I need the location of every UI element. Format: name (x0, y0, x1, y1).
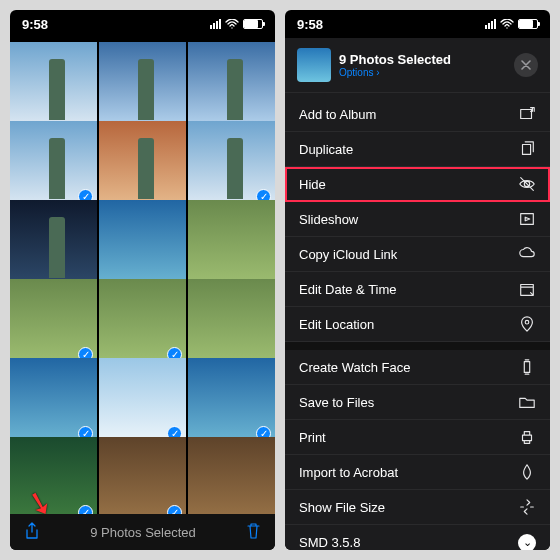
action-list: Add to AlbumDuplicateHideSlideshowCopy i… (285, 93, 550, 550)
action-label: Copy iCloud Link (299, 247, 397, 262)
selection-count: 9 Photos Selected (90, 525, 196, 540)
status-time: 9:58 (297, 17, 323, 32)
action-label: Slideshow (299, 212, 358, 227)
status-right (210, 19, 263, 29)
photo-thumb[interactable] (10, 200, 97, 287)
close-icon (521, 60, 531, 70)
trash-button[interactable] (246, 523, 261, 542)
action-label: Add to Album (299, 107, 376, 122)
action-label: Duplicate (299, 142, 353, 157)
trash-icon (246, 523, 261, 539)
action-add-to-album[interactable]: Add to Album (285, 97, 550, 132)
duplicate-icon (518, 140, 536, 158)
options-button[interactable]: Options (339, 67, 451, 78)
location-icon (518, 315, 536, 333)
photo-thumb[interactable]: ✓ (10, 358, 97, 445)
photo-thumb[interactable]: ✓ (10, 121, 97, 208)
hide-icon (518, 175, 536, 193)
action-edit-location[interactable]: Edit Location (285, 307, 550, 342)
action-edit-date-time[interactable]: Edit Date & Time (285, 272, 550, 307)
status-bar: 9:58 (10, 10, 275, 38)
watch-icon (518, 358, 536, 376)
action-print[interactable]: Print (285, 420, 550, 455)
status-right (485, 19, 538, 29)
chev-icon: ⌄ (518, 534, 536, 551)
action-import-to-acrobat[interactable]: Import to Acrobat (285, 455, 550, 490)
close-button[interactable] (514, 53, 538, 77)
photos-select-screen: 9:58 Recents Cancel ✓✓✓✓✓✓✓✓✓ ➘ 9 Photos… (10, 10, 275, 550)
signal-icon (485, 19, 496, 29)
sheet-header: 9 Photos Selected Options (285, 38, 550, 93)
action-save-to-files[interactable]: Save to Files (285, 385, 550, 420)
photo-thumb[interactable] (99, 42, 186, 129)
wifi-icon (225, 19, 239, 29)
folder-icon (518, 393, 536, 411)
photo-thumb[interactable] (99, 200, 186, 287)
battery-icon (518, 19, 538, 29)
photo-thumb[interactable]: ✓ (188, 358, 275, 445)
action-label: SMD 3.5.8 (299, 535, 360, 550)
action-duplicate[interactable]: Duplicate (285, 132, 550, 167)
photo-thumb[interactable] (188, 42, 275, 129)
photo-thumb[interactable]: ✓ (188, 121, 275, 208)
sheet-thumbnail (297, 48, 331, 82)
photo-thumb[interactable] (188, 279, 275, 366)
photo-thumb[interactable]: ✓ (99, 437, 186, 514)
selected-check-icon: ✓ (78, 505, 93, 514)
photo-thumb[interactable] (188, 200, 275, 287)
action-label: Create Watch Face (299, 360, 411, 375)
print-icon (518, 428, 536, 446)
action-label: Edit Date & Time (299, 282, 397, 297)
status-bar: 9:58 (285, 10, 550, 38)
wifi-icon (500, 19, 514, 29)
action-copy-icloud-link[interactable]: Copy iCloud Link (285, 237, 550, 272)
action-slideshow[interactable]: Slideshow (285, 202, 550, 237)
signal-icon (210, 19, 221, 29)
slideshow-icon (518, 210, 536, 228)
battery-icon (243, 19, 263, 29)
action-label: Import to Acrobat (299, 465, 398, 480)
photo-grid: ✓✓✓✓✓✓✓✓✓ (10, 42, 275, 514)
cloud-icon (518, 245, 536, 263)
photo-thumb[interactable] (99, 121, 186, 208)
action-label: Print (299, 430, 326, 445)
status-time: 9:58 (22, 17, 48, 32)
photo-thumb[interactable]: ✓ (99, 358, 186, 445)
selection-toolbar: 9 Photos Selected (10, 514, 275, 550)
calendar-icon (518, 280, 536, 298)
photo-thumb[interactable] (10, 42, 97, 129)
action-label: Hide (299, 177, 326, 192)
filesize-icon (518, 498, 536, 516)
photo-thumb[interactable]: ✓ (10, 279, 97, 366)
album-icon (518, 105, 536, 123)
action-label: Save to Files (299, 395, 374, 410)
action-smd-3-5-8[interactable]: SMD 3.5.8⌄ (285, 525, 550, 550)
share-sheet: 9 Photos Selected Options Add to AlbumDu… (285, 38, 550, 550)
action-label: Edit Location (299, 317, 374, 332)
action-create-watch-face[interactable]: Create Watch Face (285, 350, 550, 385)
sheet-title: 9 Photos Selected (339, 52, 451, 67)
photo-thumb[interactable] (188, 437, 275, 514)
acrobat-icon (518, 463, 536, 481)
share-sheet-screen: 9:58 9 Photos Selected Options Add to Al… (285, 10, 550, 550)
selected-check-icon: ✓ (167, 505, 182, 514)
action-show-file-size[interactable]: Show File Size (285, 490, 550, 525)
action-hide[interactable]: Hide (285, 167, 550, 202)
share-button[interactable] (24, 522, 40, 543)
photo-thumb[interactable]: ✓ (99, 279, 186, 366)
action-label: Show File Size (299, 500, 385, 515)
share-icon (24, 522, 40, 540)
